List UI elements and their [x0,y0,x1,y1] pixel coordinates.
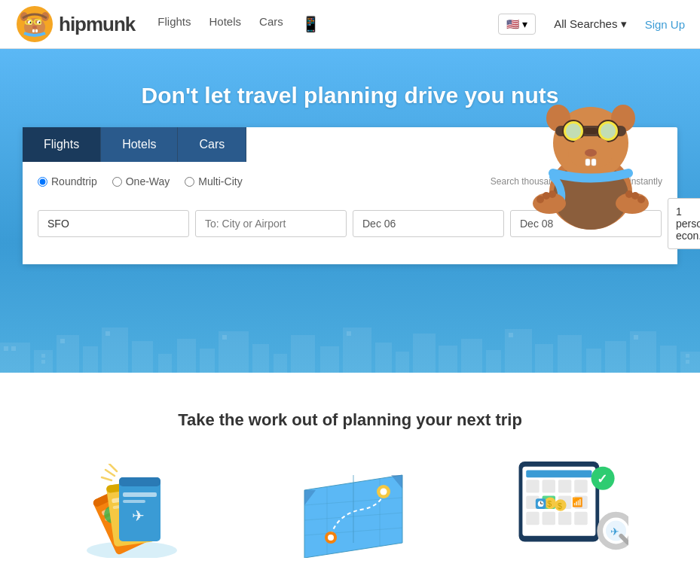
svg-rect-61 [586,349,601,373]
svg-rect-123 [543,512,555,525]
svg-rect-53 [396,352,409,373]
svg-rect-122 [526,512,539,525]
svg-point-36 [625,190,633,198]
passengers-selector[interactable]: 1 person, econ... ▾ [668,198,700,249]
svg-rect-28 [591,159,596,166]
svg-rect-124 [558,512,571,525]
flag-dropdown-arrow: ▾ [522,18,527,30]
svg-point-26 [585,149,597,157]
flag-emoji: 🇺🇸 [506,18,519,30]
svg-rect-59 [535,344,553,373]
map-illustration [289,460,410,558]
mascot-illustration [527,72,655,230]
svg-rect-45 [200,349,215,373]
svg-rect-77 [686,360,689,364]
roundtrip-radio[interactable]: Roundtrip [38,175,97,187]
svg-rect-47 [252,344,269,373]
feature-hotels [252,460,448,565]
svg-text:📶: 📶 [572,497,583,507]
svg-text:✈: ✈ [610,526,619,538]
svg-rect-125 [574,512,587,525]
bottom-section: Take the work out of planning your next … [0,373,700,588]
tab-flights[interactable]: Flights [23,127,101,162]
logo-text: hipmunk [59,13,135,36]
nav-flights[interactable]: Flights [157,15,191,33]
svg-rect-48 [274,354,287,373]
svg-text:✓: ✓ [597,471,607,486]
from-input[interactable] [38,210,189,237]
nav-cars[interactable]: Cars [259,15,283,33]
svg-rect-24 [584,128,598,134]
svg-point-33 [549,190,556,198]
svg-rect-69 [105,331,110,336]
svg-rect-52 [375,343,392,373]
oneway-radio[interactable]: One-Way [112,175,170,187]
nav-links: Flights Hotels Cars 📱 [157,15,498,33]
svg-rect-27 [585,159,590,166]
mobile-icon[interactable]: 📱 [301,15,320,33]
svg-line-97 [105,470,115,476]
nav-hotels[interactable]: Hotels [209,15,242,33]
svg-rect-60 [558,335,582,373]
svg-rect-56 [461,339,482,373]
svg-text:✈: ✈ [132,507,145,524]
logo-icon [15,5,54,44]
svg-rect-65 [680,352,700,373]
svg-text:$: $ [548,499,552,508]
bottom-title: Take the work out of planning your next … [30,410,670,430]
logo[interactable]: hipmunk [15,5,135,44]
svg-rect-75 [41,360,45,364]
svg-rect-68 [60,339,65,343]
svg-rect-49 [291,335,315,373]
svg-rect-91 [119,477,160,486]
svg-rect-71 [347,331,351,336]
svg-line-96 [102,477,112,480]
svg-line-139 [621,536,628,543]
svg-rect-39 [57,335,79,373]
svg-rect-10 [32,29,35,32]
skyline-decoration [0,312,700,373]
to-input[interactable] [195,210,347,237]
svg-rect-62 [605,341,626,373]
svg-rect-57 [486,350,501,373]
svg-rect-72 [509,333,513,337]
multicity-radio[interactable]: Multi-City [185,175,242,187]
svg-rect-113 [526,471,591,478]
svg-rect-92 [123,492,157,497]
svg-rect-74 [41,354,45,358]
svg-rect-50 [320,346,339,373]
svg-point-108 [381,489,387,495]
svg-rect-43 [158,354,172,373]
svg-rect-40 [83,346,98,373]
all-searches-button[interactable]: All Searches ▾ [548,14,632,35]
nav-right: 🇺🇸 ▾ All Searches ▾ Sign Up [498,14,685,35]
tickets-illustration: ✈ ✈ [72,460,192,558]
svg-rect-76 [686,354,689,358]
svg-rect-67 [11,346,16,351]
svg-text:$: $ [558,501,562,510]
svg-rect-44 [177,339,196,373]
svg-rect-73 [634,335,638,340]
svg-rect-66 [4,346,8,351]
svg-rect-64 [660,346,677,373]
svg-point-23 [601,123,616,139]
svg-rect-70 [222,335,227,340]
svg-rect-54 [413,334,436,373]
feature-flights: ✈ ✈ [34,460,230,565]
feature-prices: ✓ $ $ 📶 [470,460,666,565]
svg-point-21 [566,123,581,139]
svg-rect-116 [558,480,571,492]
svg-rect-55 [439,346,457,373]
navbar: hipmunk Flights Hotels Cars 📱 🇺🇸 ▾ All S… [0,0,700,49]
svg-point-106 [328,535,334,541]
sign-up-button[interactable]: Sign Up [645,18,685,31]
departure-date[interactable] [353,210,504,237]
svg-rect-114 [526,480,539,492]
tab-cars[interactable]: Cars [178,127,246,162]
language-selector[interactable]: 🇺🇸 ▾ [498,14,536,35]
svg-rect-117 [574,480,587,492]
svg-rect-11 [35,29,38,32]
tab-hotels[interactable]: Hotels [101,127,178,162]
svg-rect-93 [123,500,145,503]
svg-rect-42 [132,341,153,373]
